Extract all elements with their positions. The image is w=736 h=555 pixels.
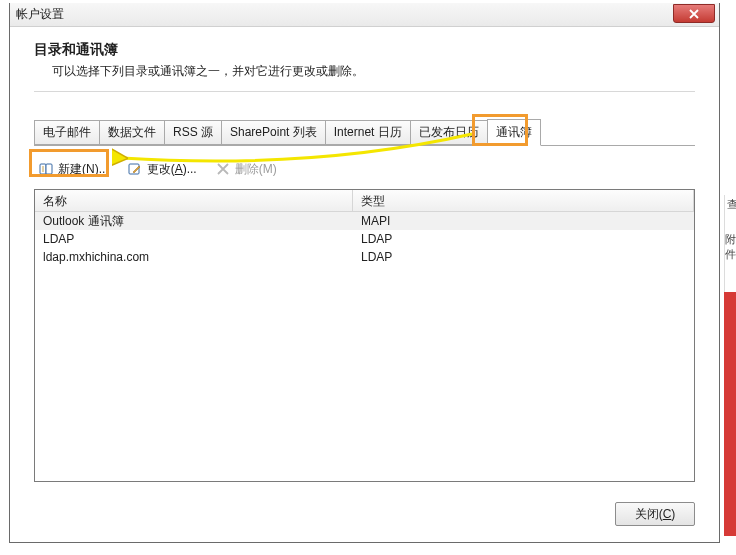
title-bar: 帐户设置 xyxy=(10,3,719,27)
tab-label: 已发布日历 xyxy=(419,124,479,141)
delete-icon xyxy=(215,161,231,177)
cell-type: LDAP xyxy=(353,250,694,264)
tab-published-calendars[interactable]: 已发布日历 xyxy=(410,120,488,145)
tab-label: SharePoint 列表 xyxy=(230,124,317,141)
cell-type: LDAP xyxy=(353,232,694,246)
divider xyxy=(34,91,695,92)
tab-address-books[interactable]: 通讯簿 xyxy=(487,119,541,146)
tab-email[interactable]: 电子邮件 xyxy=(34,120,100,145)
tab-label: RSS 源 xyxy=(173,124,213,141)
list-header: 名称 类型 xyxy=(35,190,694,212)
context-text-1: 查 xyxy=(725,195,736,212)
tab-rss[interactable]: RSS 源 xyxy=(164,120,222,145)
tab-sharepoint[interactable]: SharePoint 列表 xyxy=(221,120,326,145)
tab-label: 电子邮件 xyxy=(43,124,91,141)
svg-rect-1 xyxy=(46,164,52,174)
page-title: 目录和通讯簿 xyxy=(34,41,695,59)
cell-type: MAPI xyxy=(353,214,694,228)
modify-button-label: 更改(A)... xyxy=(147,161,197,178)
toolbar: 新建(N)... 更改(A)... 删除(M) xyxy=(34,156,695,182)
cell-name: Outlook 通讯簿 xyxy=(35,213,353,230)
table-row[interactable]: Outlook 通讯簿 MAPI xyxy=(35,212,694,230)
close-button-label: 关闭(C) xyxy=(635,506,676,523)
window-close-button[interactable] xyxy=(673,4,715,23)
close-button[interactable]: 关闭(C) xyxy=(615,502,695,526)
column-header-name[interactable]: 名称 xyxy=(35,190,353,211)
modify-button[interactable]: 更改(A)... xyxy=(123,158,201,180)
tab-strip: 电子邮件 数据文件 RSS 源 SharePoint 列表 Internet 日… xyxy=(34,120,695,146)
close-icon xyxy=(689,9,699,19)
cell-name: LDAP xyxy=(35,232,353,246)
table-row[interactable]: ldap.mxhichina.com LDAP xyxy=(35,248,694,266)
context-red-strip xyxy=(724,292,736,536)
new-button-label: 新建(N)... xyxy=(58,161,109,178)
column-header-type[interactable]: 类型 xyxy=(353,190,694,211)
tab-label: Internet 日历 xyxy=(334,124,402,141)
page-description: 可以选择下列目录或通讯簿之一，并对它进行更改或删除。 xyxy=(52,63,695,80)
tab-label: 通讯簿 xyxy=(496,124,532,141)
cell-name: ldap.mxhichina.com xyxy=(35,250,353,264)
edit-icon xyxy=(127,161,143,177)
title-bar-text: 帐户设置 xyxy=(16,6,64,23)
header-block: 目录和通讯簿 可以选择下列目录或通讯簿之一，并对它进行更改或删除。 xyxy=(34,41,695,80)
delete-button-label: 删除(M) xyxy=(235,161,277,178)
table-row[interactable]: LDAP LDAP xyxy=(35,230,694,248)
context-text-2: 附件 xyxy=(725,212,736,262)
delete-button: 删除(M) xyxy=(211,158,281,180)
tab-data-files[interactable]: 数据文件 xyxy=(99,120,165,145)
list-body: Outlook 通讯簿 MAPI LDAP LDAP ldap.mxhichin… xyxy=(35,212,694,266)
tab-label: 数据文件 xyxy=(108,124,156,141)
book-icon xyxy=(38,161,54,177)
new-button[interactable]: 新建(N)... xyxy=(34,158,113,180)
list-view: 名称 类型 Outlook 通讯簿 MAPI LDAP LDAP ldap.mx… xyxy=(34,189,695,482)
tab-internet-calendars[interactable]: Internet 日历 xyxy=(325,120,411,145)
account-settings-dialog: 帐户设置 目录和通讯簿 可以选择下列目录或通讯簿之一，并对它进行更改或删除。 电… xyxy=(9,3,720,543)
